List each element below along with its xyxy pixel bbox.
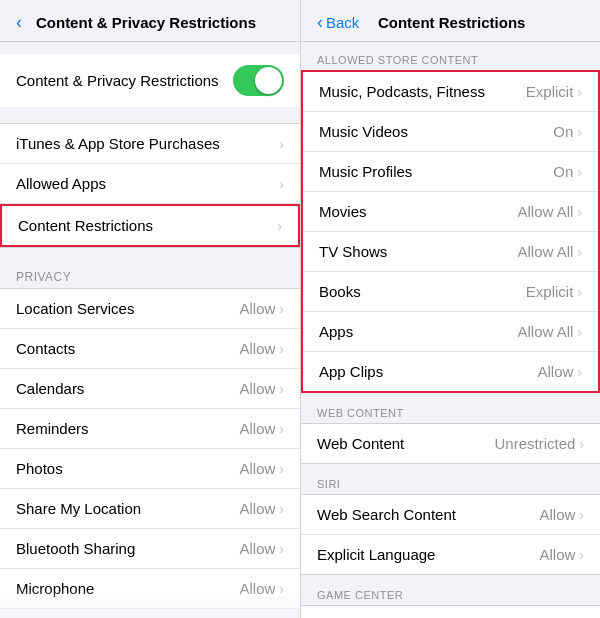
chevron-icon: › [279,501,284,517]
toggle-switch[interactable] [233,65,284,96]
item-label: Location Services [16,300,134,317]
chevron-icon: › [279,421,284,437]
chevron-icon: › [279,581,284,597]
chevron-icon: › [279,461,284,477]
chevron-icon: › [279,541,284,557]
right-panel: ‹ Back Content Restrictions ALLOWED STOR… [300,0,600,618]
left-content: Content & Privacy Restrictions iTunes & … [0,42,300,618]
microphone-item[interactable]: Microphone Allow › [0,569,300,609]
music-videos-item[interactable]: Music Videos On › [303,112,598,152]
item-right: Allow All › [517,323,582,340]
web-search-item[interactable]: Web Search Content Allow › [301,495,600,535]
item-right: › [277,176,284,192]
web-content-list: Web Content Unrestricted › [301,423,600,464]
item-value: Allow [239,300,275,317]
books-item[interactable]: Books Explicit › [303,272,598,312]
left-nav-title: Content & Privacy Restrictions [28,14,264,31]
item-right: Explicit › [526,283,582,300]
item-value: Allow [239,540,275,557]
item-right: Allow › [539,546,584,563]
item-value: Explicit [526,83,574,100]
item-right: Unrestricted › [494,435,584,452]
list-item[interactable]: iTunes & App Store Purchases › [0,124,300,164]
chevron-icon: › [577,364,582,380]
right-back-chevron-icon: ‹ [317,12,323,33]
privacy-list: Location Services Allow › Contacts Allow… [0,288,300,618]
item-right: Allow › [239,580,284,597]
chevron-icon: › [577,204,582,220]
music-podcasts-item[interactable]: Music, Podcasts, Fitness Explicit › [303,72,598,112]
chevron-icon: › [577,84,582,100]
item-label: Books [319,283,361,300]
siri-list: Web Search Content Allow › Explicit Lang… [301,494,600,575]
item-value: Allow [239,500,275,517]
photos-item[interactable]: Photos Allow › [0,449,300,489]
chevron-icon: › [279,381,284,397]
web-content-item[interactable]: Web Content Unrestricted › [301,424,600,463]
item-value: Allow [239,460,275,477]
apps-item[interactable]: Apps Allow All › [303,312,598,352]
item-right: Allow › [537,363,582,380]
item-label: Music Videos [319,123,408,140]
item-value: On [553,163,573,180]
siri-label: SIRI [301,478,600,494]
item-value: Allow All [517,323,573,340]
item-value: Allow [239,340,275,357]
chevron-icon: › [277,218,282,234]
main-list-section: iTunes & App Store Purchases › Allowed A… [0,123,300,248]
chevron-icon: › [279,341,284,357]
content-restrictions-item[interactable]: Content Restrictions › [0,204,300,247]
item-value: Allow [539,546,575,563]
item-right: Allow All › [517,243,582,260]
item-value: Allow [539,506,575,523]
allowed-store-label: ALLOWED STORE CONTENT [301,54,600,70]
item-label: TV Shows [319,243,387,260]
chevron-icon: › [579,547,584,563]
tv-shows-item[interactable]: TV Shows Allow All › [303,232,598,272]
web-content-label: WEB CONTENT [301,407,600,423]
right-back-label: Back [326,14,359,31]
item-right: Allow › [539,506,584,523]
chevron-icon: › [279,301,284,317]
item-label: Explicit Language [317,546,435,563]
explicit-language-item[interactable]: Explicit Language Allow › [301,535,600,574]
chevron-icon: › [579,507,584,523]
item-right: Allow › [239,500,284,517]
movies-item[interactable]: Movies Allow All › [303,192,598,232]
bluetooth-item[interactable]: Bluetooth Sharing Allow › [0,529,300,569]
chevron-icon: › [579,436,584,452]
contacts-item[interactable]: Contacts Allow › [0,329,300,369]
calendars-item[interactable]: Calendars Allow › [0,369,300,409]
item-value: Allow All [517,203,573,220]
left-back-icon[interactable]: ‹ [16,12,22,33]
item-label: Apps [319,323,353,340]
item-right: On › [553,163,582,180]
item-value: Allow [239,380,275,397]
share-location-item[interactable]: Share My Location Allow › [0,489,300,529]
chevron-icon: › [279,176,284,192]
left-panel: ‹ Content & Privacy Restrictions Content… [0,0,300,618]
reminders-item[interactable]: Reminders Allow › [0,409,300,449]
music-profiles-item[interactable]: Music Profiles On › [303,152,598,192]
toggle-label: Content & Privacy Restrictions [16,72,219,89]
item-right: Allow › [239,300,284,317]
toggle-row: Content & Privacy Restrictions [0,54,300,107]
item-value: Unrestricted [494,435,575,452]
speech-item[interactable]: Speech Recognition Allow › [0,609,300,618]
app-clips-item[interactable]: App Clips Allow › [303,352,598,391]
item-right: Allow › [239,540,284,557]
multiplayer-item[interactable]: Multiplayer Games Allow › [301,606,600,618]
item-right: Allow › [239,420,284,437]
item-label: Photos [16,460,63,477]
location-services-item[interactable]: Location Services Allow › [0,289,300,329]
chevron-icon: › [577,284,582,300]
list-item[interactable]: Allowed Apps › [0,164,300,204]
item-label: Web Content [317,435,404,452]
right-back-button[interactable]: ‹ Back [317,12,359,33]
item-label: Allowed Apps [16,175,106,192]
item-value: Explicit [526,283,574,300]
item-value: Allow [537,363,573,380]
chevron-icon: › [279,136,284,152]
item-label: Contacts [16,340,75,357]
item-right: Explicit › [526,83,582,100]
